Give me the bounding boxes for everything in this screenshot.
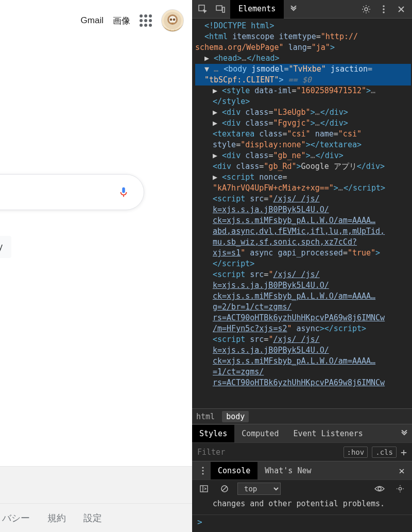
close-devtools-icon[interactable] [393,2,409,17]
dom-node-line[interactable]: </script> [195,259,411,269]
dom-node-line[interactable]: </style> [195,96,411,107]
live-expression-eye-icon[interactable] [372,481,387,496]
dom-breadcrumbs[interactable]: html body [192,408,412,424]
dom-node-line[interactable]: <div class="gb_Rd">Google アプリ</div> [195,161,411,172]
console-prompt[interactable]: > [192,514,412,532]
devtools-toolbar: Elements [192,0,412,19]
hov-toggle[interactable]: :hov [344,447,368,458]
tab-styles[interactable]: Styles [192,425,234,442]
mic-icon[interactable] [118,185,129,199]
dom-node-line[interactable]: k=xjs.s.ja.jB0PByk5L4U.O/ [195,280,411,291]
dom-node-line[interactable]: style="display:none"></textarea> [195,140,411,150]
dom-node-line[interactable]: <html itemscope itemtype="http:// [195,31,411,42]
crumb-body[interactable]: body [222,411,249,422]
dom-node-line[interactable]: k=xjs.s.ja.jB0PByk5L4U.O/ [195,204,411,215]
drawer-kebab-icon[interactable] [195,463,211,478]
footer-upper [0,466,192,503]
svg-point-3 [170,19,173,21]
dom-node-line[interactable]: mu,sb_wiz,sf,sonic,spch,xz7cCd? [195,237,411,248]
dom-node-line[interactable]: <script src="/xjs/ /js/ [195,269,411,280]
clear-console-icon[interactable] [217,481,232,496]
cls-toggle[interactable]: .cls [372,447,397,458]
tab-event-listeners[interactable]: Event Listeners [286,425,370,442]
svg-point-4 [173,19,176,21]
dom-node-line[interactable]: ▼ … <body jsmodel="TvHxbe" jsaction= [195,64,411,75]
dom-node-line[interactable]: ▶ <div class="gb_ne">…</div> [195,150,411,161]
svg-line-26 [222,487,227,491]
kebab-menu-icon[interactable] [376,2,391,17]
dom-node-line[interactable]: <script src="/xjs/ /js/ [195,194,411,204]
svg-point-19 [383,11,385,13]
search-input[interactable] [0,174,144,210]
dom-node-line[interactable]: schema.org/WebPage" lang="ja"> [195,42,411,53]
styles-more-tabs-icon[interactable] [397,426,412,441]
styles-filter-input[interactable] [197,448,339,457]
svg-point-22 [202,473,203,474]
lucky-button-fragment[interactable]: ky [0,236,11,258]
tab-computed[interactable]: Computed [234,425,286,442]
dom-node-line[interactable]: <!DOCTYPE html> [195,21,411,31]
svg-line-16 [368,6,369,7]
drawer-close-icon[interactable]: × [394,465,409,477]
svg-line-15 [363,11,364,12]
google-header: Gmail 画像 [81,9,184,32]
images-link[interactable]: 画像 [113,15,130,27]
svg-rect-6 [216,6,222,10]
google-apps-icon[interactable] [140,14,152,27]
svg-point-27 [378,487,381,490]
drawer-tab-whatsnew[interactable]: What's New [258,462,318,479]
dom-node-line[interactable]: "tbSCpf:.CLIENT"> == $0 [195,75,411,85]
inspect-element-icon[interactable] [195,2,211,17]
dom-node-line[interactable]: rs=ACT90oHTBk6yzhUhHKpcvPA69w8j6IMNCw [195,377,411,388]
dom-node-line[interactable]: abd,async,dvl,fEVMic,ifl,lu,m,mUpTid, [195,226,411,237]
device-toolbar-icon[interactable] [213,2,228,17]
footer-settings[interactable]: 設定 [83,512,102,524]
google-footer: バシー 規約 設定 [0,503,192,532]
dom-node-line[interactable]: ck=xjs.s.miMFsbyb_pA.L.W.O/am=AAAA… [195,291,411,302]
dom-node-line[interactable]: ▶ <div class="Fgvgjc">…</div> [195,118,411,129]
dom-node-line[interactable]: ▶ <script nonce= [195,172,411,183]
console-toolbar: top [192,479,412,497]
dom-node-line[interactable]: /m=HFyn5c?xjs=s2" async></script> [195,323,411,334]
svg-rect-7 [222,7,225,12]
svg-line-14 [368,11,369,12]
svg-point-18 [383,8,385,10]
svg-point-17 [383,5,385,7]
settings-gear-icon[interactable] [358,2,374,17]
styles-tabbar: Styles Computed Event Listeners [192,424,412,442]
gmail-link[interactable]: Gmail [81,15,104,26]
svg-line-13 [363,6,364,7]
tab-elements[interactable]: Elements [230,0,284,19]
svg-point-20 [202,467,203,468]
dom-node-line[interactable]: <script src="/xjs/ /js/ [195,334,411,345]
dom-node-line[interactable]: "kA7hrVQ4UpFW+cMia+z+xg==">…</script> [195,183,411,194]
dom-node-line[interactable]: ▶ <head>…</head> [195,53,411,64]
footer-terms[interactable]: 規約 [47,512,66,524]
more-tabs-icon[interactable] [286,2,301,17]
styles-filter-bar: :hov .cls + [192,442,412,461]
console-context-select[interactable]: top [237,483,281,495]
devtools-panel: Elements <!DOCTYPE html><html itemscope … [192,0,412,532]
google-page: Gmail 画像 e ky バシー 規約 設定 [0,0,192,532]
console-settings-gear-icon[interactable] [392,481,408,496]
dom-node-line[interactable]: ck=xjs.s.miMFsbyb_pA.L.W.O/am=AAAA… [195,215,411,226]
dom-tree[interactable]: <!DOCTYPE html><html itemscope itemtype=… [192,19,412,408]
dom-node-line[interactable]: k=xjs.s.ja.jB0PByk5L4U.O/ [195,345,411,356]
dom-node-line[interactable]: g=2/br=1/ct=zgms/ [195,302,411,313]
account-avatar[interactable] [161,9,184,32]
drawer-tabbar: Console What's New × [192,461,412,479]
new-style-rule-icon[interactable]: + [401,446,407,458]
svg-point-21 [202,470,203,471]
dom-node-line[interactable]: xjs=s1" async gapi_processed="true"> [195,248,411,259]
drawer-tab-console[interactable]: Console [211,462,258,479]
dom-node-line[interactable]: =1/ct=zgms/ [195,367,411,377]
dom-node-line[interactable]: <textarea class="csi" name="csi" [195,129,411,140]
footer-privacy[interactable]: バシー [2,512,30,524]
dom-node-line[interactable]: ▶ <div class="L3eUgb">…</div> [195,107,411,118]
console-sidebar-toggle-icon[interactable] [196,481,212,496]
dom-node-line[interactable]: ck=xjs.s.miMFsbyb_pA.L.W.O/am=AAAA… [195,356,411,367]
console-message: changes and other potential problems. [192,497,412,514]
dom-node-line[interactable]: ▶ <style data-iml="1602589471512">… [195,85,411,96]
crumb-html[interactable]: html [196,412,215,421]
dom-node-line[interactable]: rs=ACT90oHTBk6yzhUhHKpcvPA69w8j6IMNCw [195,313,411,323]
